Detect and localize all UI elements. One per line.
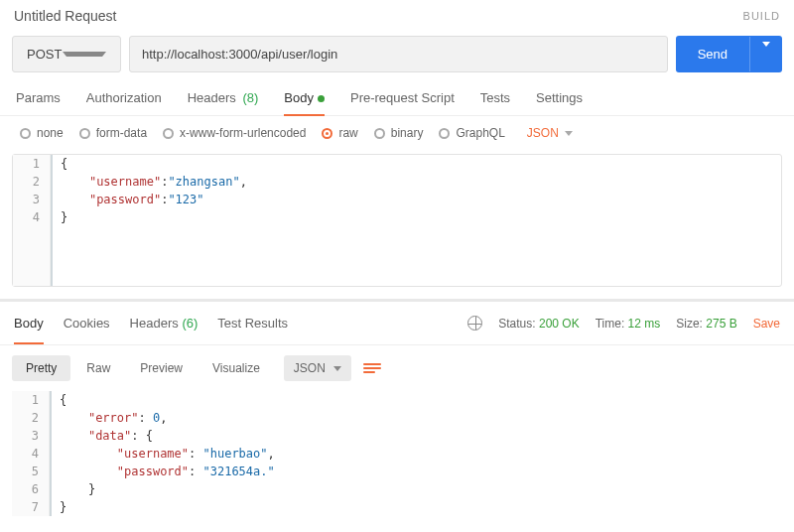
radio-icon (322, 128, 332, 139)
size-meta[interactable]: Size: 275 B (676, 317, 736, 331)
resp-tab-test-results[interactable]: Test Results (217, 310, 288, 336)
radio-urlencoded[interactable]: x-www-form-urlencoded (163, 126, 306, 140)
caret-down-icon (63, 52, 106, 57)
view-visualize[interactable]: Visualize (198, 355, 274, 381)
radio-icon (163, 128, 174, 139)
caret-down-icon (565, 131, 573, 136)
radio-form-data[interactable]: form-data (79, 126, 147, 140)
request-title[interactable]: Untitled Request (14, 8, 117, 24)
request-tabs: Params Authorization Headers (8) Body Pr… (0, 80, 794, 116)
time-meta[interactable]: Time: 12 ms (596, 317, 661, 331)
tab-authorization[interactable]: Authorization (86, 80, 162, 115)
subtype-dropdown[interactable]: JSON (527, 126, 573, 140)
response-type-dropdown[interactable]: JSON (284, 355, 351, 381)
tab-prerequest[interactable]: Pre-request Script (350, 80, 455, 115)
url-input[interactable] (129, 36, 668, 72)
radio-icon (79, 128, 90, 139)
method-value: POST (27, 47, 63, 62)
radio-raw[interactable]: raw (322, 126, 357, 140)
tab-body[interactable]: Body (284, 80, 325, 115)
view-preview[interactable]: Preview (126, 355, 197, 381)
status-meta[interactable]: Status: 200 OK (498, 317, 579, 331)
radio-icon (439, 128, 450, 139)
send-dropdown[interactable] (749, 37, 782, 71)
resp-tab-body[interactable]: Body (14, 310, 44, 336)
radio-icon (20, 128, 31, 139)
response-body-editor[interactable]: 1{ 2 "error": 0, 3 "data": { 4 "username… (12, 391, 782, 516)
send-label: Send (676, 37, 749, 71)
body-type-row: none form-data x-www-form-urlencoded raw… (0, 116, 794, 150)
modified-dot-icon (318, 95, 325, 102)
tab-params[interactable]: Params (16, 80, 61, 115)
response-tabs: Body Cookies Headers (6) Test Results (14, 310, 288, 336)
tab-tests[interactable]: Tests (480, 80, 510, 115)
build-label: BUILD (743, 10, 780, 22)
tab-headers[interactable]: Headers (8) (188, 80, 259, 115)
radio-icon (374, 128, 385, 139)
view-pretty[interactable]: Pretty (12, 355, 70, 381)
radio-graphql[interactable]: GraphQL (439, 126, 504, 140)
globe-icon[interactable] (467, 316, 482, 331)
caret-down-icon (333, 366, 341, 371)
send-button[interactable]: Send (676, 36, 782, 72)
resp-tab-headers[interactable]: Headers (6) (130, 310, 198, 336)
caret-down-icon (762, 42, 770, 62)
method-dropdown[interactable]: POST (12, 36, 121, 72)
view-raw[interactable]: Raw (72, 355, 124, 381)
radio-binary[interactable]: binary (374, 126, 424, 140)
radio-none[interactable]: none (20, 126, 64, 140)
tab-settings[interactable]: Settings (536, 80, 583, 115)
save-response-link[interactable]: Save (753, 317, 780, 331)
wrap-lines-icon[interactable] (363, 363, 381, 373)
resp-tab-cookies[interactable]: Cookies (64, 310, 110, 336)
request-body-editor[interactable]: 1{ 2 "username":"zhangsan", 3 "password"… (12, 154, 782, 287)
